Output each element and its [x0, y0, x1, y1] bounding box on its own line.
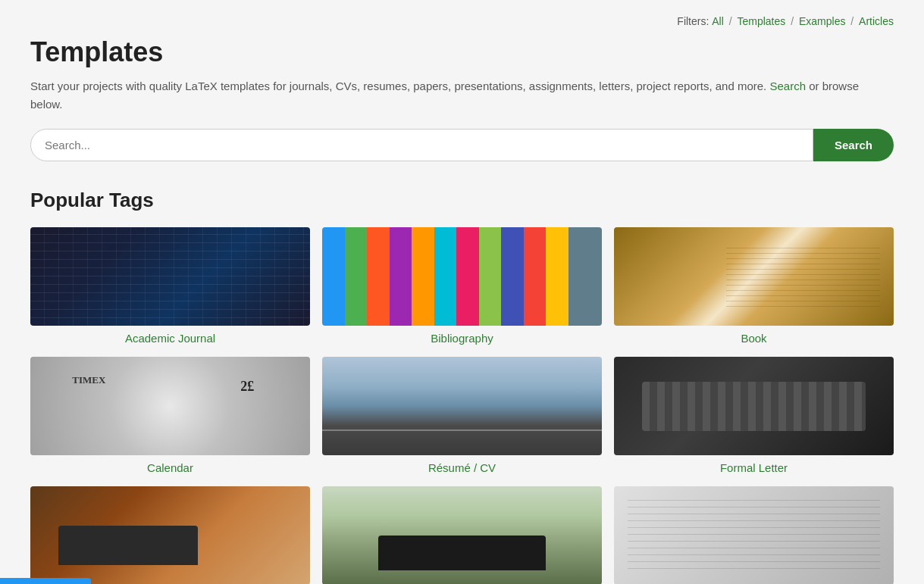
tag-img-resume — [322, 357, 602, 455]
tag-image-bibliography — [322, 227, 602, 326]
separator-1: / — [729, 15, 732, 27]
tag-label-book: Book — [741, 332, 766, 345]
tag-image-poster — [614, 486, 894, 584]
filter-articles[interactable]: Articles — [859, 15, 894, 27]
tag-img-formal — [614, 357, 894, 455]
tag-image-calendar — [30, 357, 310, 455]
description-search-link[interactable]: Search — [769, 80, 806, 92]
tag-label-calendar: Calendar — [147, 461, 193, 474]
separator-3: / — [850, 15, 854, 27]
filters-label: Filters: — [677, 15, 709, 27]
tag-img-calendar — [30, 357, 310, 455]
tags-grid: Academic Journal Bibliography Book Calen… — [30, 227, 894, 584]
tag-img-academic — [30, 227, 310, 326]
tag-img-poster — [614, 486, 894, 584]
tag-item-calendar[interactable]: Calendar — [30, 357, 310, 474]
filter-all[interactable]: All — [712, 15, 724, 27]
search-input[interactable] — [30, 129, 813, 161]
tag-img-bibliography — [322, 227, 602, 326]
tag-item-newsletter[interactable]: Newsletter — [322, 486, 602, 584]
tag-image-book — [614, 227, 894, 326]
tag-img-book — [614, 227, 894, 326]
tag-image-homework — [30, 486, 310, 584]
tag-item-bibliography[interactable]: Bibliography — [322, 227, 602, 345]
page-wrapper: Filters: All / Templates / Examples / Ar… — [0, 0, 924, 584]
tag-image-academic-journal — [30, 227, 310, 326]
filter-examples[interactable]: Examples — [799, 15, 845, 27]
tag-image-formal-letter — [614, 357, 894, 455]
tag-item-academic-journal[interactable]: Academic Journal — [30, 227, 310, 345]
page-title: Templates — [30, 36, 894, 68]
tag-image-resume — [322, 357, 602, 455]
tag-item-book[interactable]: Book — [614, 227, 894, 345]
tag-label-formal-letter: Formal Letter — [720, 461, 788, 474]
tag-label-bibliography: Bibliography — [431, 332, 493, 345]
tag-label-resume: Résumé / CV — [428, 461, 496, 474]
bottom-progress-bar — [0, 578, 91, 584]
tag-item-poster[interactable]: Poster — [614, 486, 894, 584]
tag-item-formal-letter[interactable]: Formal Letter — [614, 357, 894, 474]
tag-item-resume[interactable]: Résumé / CV — [322, 357, 602, 474]
search-bar: Search — [30, 129, 894, 161]
filter-templates[interactable]: Templates — [737, 15, 785, 27]
popular-tags-heading: Popular Tags — [30, 189, 894, 212]
separator-2: / — [791, 15, 794, 27]
tag-img-homework — [30, 486, 310, 584]
page-description: Start your projects with quality LaTeX t… — [30, 77, 894, 114]
search-button[interactable]: Search — [813, 129, 894, 161]
filters-bar: Filters: All / Templates / Examples / Ar… — [30, 15, 894, 27]
tag-item-homework[interactable]: Homework Assignment — [30, 486, 310, 584]
tag-img-newsletter — [322, 486, 602, 584]
tag-image-newsletter — [322, 486, 602, 584]
tag-label-academic-journal: Academic Journal — [125, 332, 215, 345]
